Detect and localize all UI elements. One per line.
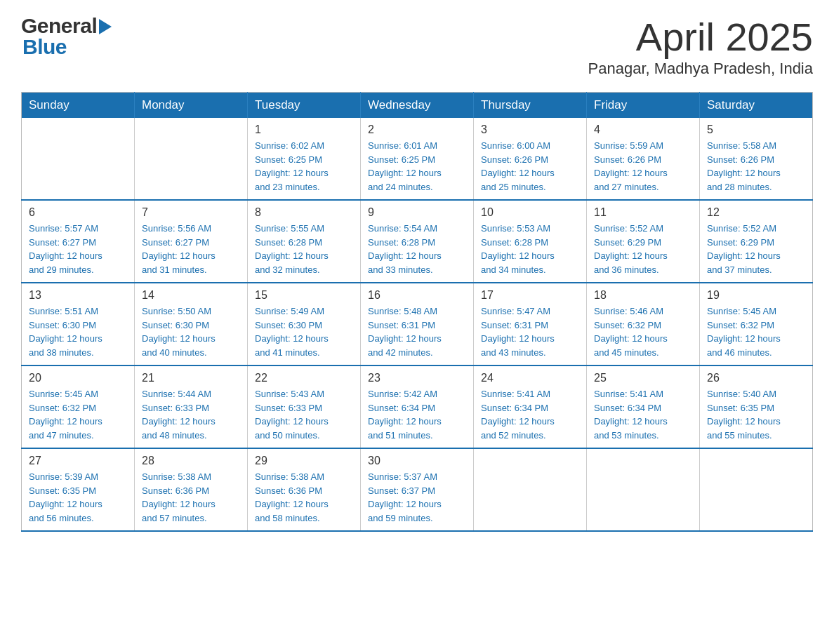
day-info: Sunrise: 5:59 AMSunset: 6:26 PMDaylight:…	[594, 139, 692, 194]
day-info: Sunrise: 6:00 AMSunset: 6:26 PMDaylight:…	[481, 139, 579, 194]
day-number: 11	[594, 206, 692, 219]
day-number: 27	[29, 455, 127, 467]
day-number: 7	[142, 206, 240, 219]
day-info: Sunrise: 5:43 AMSunset: 6:33 PMDaylight:…	[255, 387, 353, 442]
day-number: 17	[481, 289, 579, 302]
page-header: General Blue April 2025 Panagar, Madhya …	[21, 14, 813, 78]
calendar-week-row: 27Sunrise: 5:39 AMSunset: 6:35 PMDayligh…	[22, 448, 813, 531]
day-info: Sunrise: 5:40 AMSunset: 6:35 PMDaylight:…	[707, 387, 805, 442]
calendar-cell: 2Sunrise: 6:01 AMSunset: 6:25 PMDaylight…	[361, 118, 474, 200]
weekday-header-row: SundayMondayTuesdayWednesdayThursdayFrid…	[22, 93, 813, 119]
day-number: 22	[255, 372, 353, 384]
day-info: Sunrise: 5:45 AMSunset: 6:32 PMDaylight:…	[707, 304, 805, 359]
calendar-cell: 25Sunrise: 5:41 AMSunset: 6:34 PMDayligh…	[587, 365, 700, 448]
calendar-week-row: 6Sunrise: 5:57 AMSunset: 6:27 PMDaylight…	[22, 200, 813, 283]
day-info: Sunrise: 5:52 AMSunset: 6:29 PMDaylight:…	[707, 222, 805, 276]
day-number: 15	[255, 289, 353, 302]
calendar-cell: 5Sunrise: 5:58 AMSunset: 6:26 PMDaylight…	[700, 118, 813, 200]
day-number: 30	[368, 455, 466, 467]
weekday-header-wednesday: Wednesday	[361, 93, 474, 119]
day-info: Sunrise: 5:37 AMSunset: 6:37 PMDaylight:…	[368, 470, 466, 525]
calendar-cell: 22Sunrise: 5:43 AMSunset: 6:33 PMDayligh…	[248, 365, 361, 448]
day-number: 24	[481, 372, 579, 384]
calendar-cell: 21Sunrise: 5:44 AMSunset: 6:33 PMDayligh…	[135, 365, 248, 448]
calendar-cell: 26Sunrise: 5:40 AMSunset: 6:35 PMDayligh…	[700, 365, 813, 448]
calendar-cell: 18Sunrise: 5:46 AMSunset: 6:32 PMDayligh…	[587, 283, 700, 365]
day-info: Sunrise: 5:38 AMSunset: 6:36 PMDaylight:…	[142, 470, 240, 525]
day-info: Sunrise: 5:44 AMSunset: 6:33 PMDaylight:…	[142, 387, 240, 442]
day-number: 12	[707, 206, 805, 219]
day-info: Sunrise: 5:41 AMSunset: 6:34 PMDaylight:…	[481, 387, 579, 442]
day-info: Sunrise: 5:58 AMSunset: 6:26 PMDaylight:…	[707, 139, 805, 194]
calendar-cell: 30Sunrise: 5:37 AMSunset: 6:37 PMDayligh…	[361, 448, 474, 531]
day-info: Sunrise: 5:52 AMSunset: 6:29 PMDaylight:…	[594, 222, 692, 276]
weekday-header-monday: Monday	[135, 93, 248, 119]
day-number: 23	[368, 372, 466, 384]
calendar-cell: 6Sunrise: 5:57 AMSunset: 6:27 PMDaylight…	[22, 200, 135, 283]
day-info: Sunrise: 5:46 AMSunset: 6:32 PMDaylight:…	[594, 304, 692, 359]
weekday-header-sunday: Sunday	[22, 93, 135, 119]
calendar-cell: 7Sunrise: 5:56 AMSunset: 6:27 PMDaylight…	[135, 200, 248, 283]
calendar-week-row: 1Sunrise: 6:02 AMSunset: 6:25 PMDaylight…	[22, 118, 813, 200]
day-number: 2	[368, 123, 466, 136]
calendar-cell: 12Sunrise: 5:52 AMSunset: 6:29 PMDayligh…	[700, 200, 813, 283]
calendar-cell: 1Sunrise: 6:02 AMSunset: 6:25 PMDaylight…	[248, 118, 361, 200]
day-info: Sunrise: 5:39 AMSunset: 6:35 PMDaylight:…	[29, 470, 127, 525]
logo-triangle-icon	[99, 19, 112, 37]
day-info: Sunrise: 5:51 AMSunset: 6:30 PMDaylight:…	[29, 304, 127, 359]
calendar-cell: 29Sunrise: 5:38 AMSunset: 6:36 PMDayligh…	[248, 448, 361, 531]
calendar-cell: 10Sunrise: 5:53 AMSunset: 6:28 PMDayligh…	[474, 200, 587, 283]
day-number: 6	[29, 206, 127, 219]
title-section: April 2025 Panagar, Madhya Pradesh, Indi…	[588, 14, 813, 78]
logo-blue-text: Blue	[22, 35, 67, 59]
day-info: Sunrise: 5:50 AMSunset: 6:30 PMDaylight:…	[142, 304, 240, 359]
day-number: 5	[707, 123, 805, 136]
weekday-header-thursday: Thursday	[474, 93, 587, 119]
day-info: Sunrise: 5:53 AMSunset: 6:28 PMDaylight:…	[481, 222, 579, 276]
calendar-cell: 15Sunrise: 5:49 AMSunset: 6:30 PMDayligh…	[248, 283, 361, 365]
day-info: Sunrise: 5:47 AMSunset: 6:31 PMDaylight:…	[481, 304, 579, 359]
calendar-week-row: 20Sunrise: 5:45 AMSunset: 6:32 PMDayligh…	[22, 365, 813, 448]
day-number: 13	[29, 289, 127, 302]
day-info: Sunrise: 5:45 AMSunset: 6:32 PMDaylight:…	[29, 387, 127, 442]
month-title: April 2025	[588, 14, 813, 60]
day-number: 1	[255, 123, 353, 136]
calendar-cell: 4Sunrise: 5:59 AMSunset: 6:26 PMDaylight…	[587, 118, 700, 200]
day-info: Sunrise: 6:01 AMSunset: 6:25 PMDaylight:…	[368, 139, 466, 194]
calendar-cell: 8Sunrise: 5:55 AMSunset: 6:28 PMDaylight…	[248, 200, 361, 283]
calendar-cell: 16Sunrise: 5:48 AMSunset: 6:31 PMDayligh…	[361, 283, 474, 365]
calendar-cell: 28Sunrise: 5:38 AMSunset: 6:36 PMDayligh…	[135, 448, 248, 531]
svg-marker-0	[99, 19, 112, 34]
day-info: Sunrise: 5:41 AMSunset: 6:34 PMDaylight:…	[594, 387, 692, 442]
day-number: 19	[707, 289, 805, 302]
day-number: 9	[368, 206, 466, 219]
day-info: Sunrise: 5:56 AMSunset: 6:27 PMDaylight:…	[142, 222, 240, 276]
calendar-cell: 14Sunrise: 5:50 AMSunset: 6:30 PMDayligh…	[135, 283, 248, 365]
calendar-cell	[474, 448, 587, 531]
calendar-cell	[587, 448, 700, 531]
calendar-cell: 17Sunrise: 5:47 AMSunset: 6:31 PMDayligh…	[474, 283, 587, 365]
day-info: Sunrise: 5:57 AMSunset: 6:27 PMDaylight:…	[29, 222, 127, 276]
day-info: Sunrise: 5:55 AMSunset: 6:28 PMDaylight:…	[255, 222, 353, 276]
day-number: 3	[481, 123, 579, 136]
logo-general-text: General	[21, 14, 97, 38]
day-number: 8	[255, 206, 353, 219]
day-info: Sunrise: 5:54 AMSunset: 6:28 PMDaylight:…	[368, 222, 466, 276]
calendar-cell	[22, 118, 135, 200]
day-info: Sunrise: 5:38 AMSunset: 6:36 PMDaylight:…	[255, 470, 353, 525]
weekday-header-friday: Friday	[587, 93, 700, 119]
calendar-cell: 3Sunrise: 6:00 AMSunset: 6:26 PMDaylight…	[474, 118, 587, 200]
day-info: Sunrise: 6:02 AMSunset: 6:25 PMDaylight:…	[255, 139, 353, 194]
day-number: 14	[142, 289, 240, 302]
weekday-header-tuesday: Tuesday	[248, 93, 361, 119]
calendar-week-row: 13Sunrise: 5:51 AMSunset: 6:30 PMDayligh…	[22, 283, 813, 365]
day-info: Sunrise: 5:48 AMSunset: 6:31 PMDaylight:…	[368, 304, 466, 359]
day-number: 10	[481, 206, 579, 219]
calendar-cell	[700, 448, 813, 531]
calendar-cell: 27Sunrise: 5:39 AMSunset: 6:35 PMDayligh…	[22, 448, 135, 531]
day-number: 4	[594, 123, 692, 136]
day-info: Sunrise: 5:49 AMSunset: 6:30 PMDaylight:…	[255, 304, 353, 359]
calendar-cell: 11Sunrise: 5:52 AMSunset: 6:29 PMDayligh…	[587, 200, 700, 283]
day-number: 26	[707, 372, 805, 384]
calendar-table: SundayMondayTuesdayWednesdayThursdayFrid…	[21, 92, 813, 532]
